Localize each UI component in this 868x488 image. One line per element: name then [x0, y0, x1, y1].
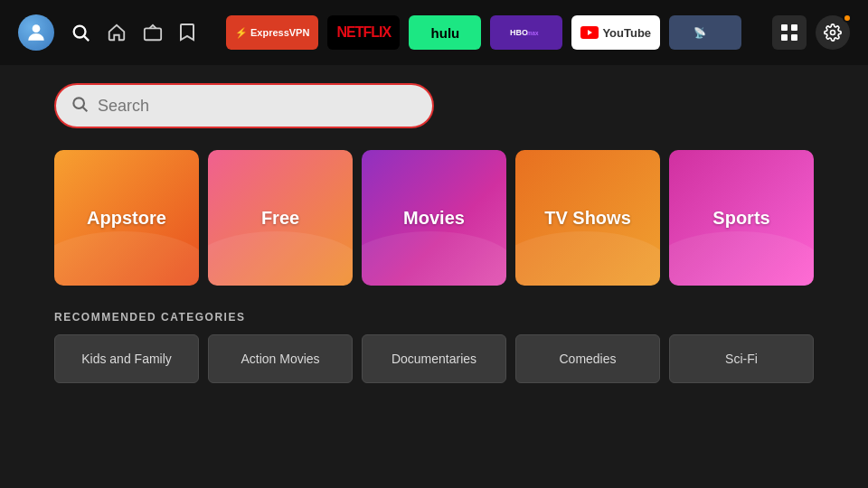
hbomax-button[interactable]: HBO max	[490, 15, 562, 50]
user-avatar[interactable]	[18, 14, 54, 51]
tile-movies[interactable]: Movies	[362, 150, 506, 286]
svg-rect-10	[781, 34, 788, 41]
category-kids-and-family-label: Kids and Family	[81, 352, 172, 366]
search-icon	[71, 95, 89, 117]
watchlist-icon[interactable]	[179, 23, 195, 42]
tile-sports-label: Sports	[712, 208, 769, 229]
recommended-categories-row: Kids and Family Action Movies Documentar…	[54, 334, 814, 383]
tile-movies-label: Movies	[403, 208, 465, 229]
svg-point-0	[33, 24, 41, 33]
recommended-categories-title: RECOMMENDED CATEGORIES	[54, 311, 814, 324]
category-sci-fi[interactable]: Sci-Fi	[669, 334, 814, 383]
svg-line-2	[84, 36, 89, 41]
tile-appstore[interactable]: Appstore	[54, 150, 199, 286]
tile-free[interactable]: Free	[208, 150, 353, 286]
expressvpn-button[interactable]: ⚡ ExpressVPN	[226, 15, 318, 50]
settings-button[interactable]	[816, 15, 850, 50]
nav-left-icons	[18, 14, 195, 51]
firetv-recast-button[interactable]: 📡	[669, 15, 741, 50]
youtube-button[interactable]: YouTube	[571, 15, 660, 50]
category-comedies[interactable]: Comedies	[515, 334, 660, 383]
tile-appstore-label: Appstore	[87, 208, 166, 229]
svg-line-14	[83, 107, 88, 111]
search-nav-icon[interactable]	[71, 23, 90, 42]
svg-rect-3	[145, 28, 161, 40]
svg-point-1	[74, 26, 86, 38]
category-comedies-label: Comedies	[559, 352, 616, 366]
category-action-movies[interactable]: Action Movies	[208, 334, 353, 383]
svg-text:max: max	[527, 30, 539, 36]
settings-notification-dot	[843, 14, 852, 23]
svg-point-13	[73, 98, 84, 108]
svg-rect-9	[791, 24, 797, 31]
nav-service-buttons: ⚡ ExpressVPN NETFLIX hulu HBO max YouTub…	[195, 15, 772, 50]
netflix-button[interactable]: NETFLIX	[327, 15, 400, 50]
category-action-movies-label: Action Movies	[241, 352, 319, 366]
hulu-button[interactable]: hulu	[409, 15, 481, 50]
category-documentaries-label: Documentaries	[392, 352, 476, 366]
svg-rect-8	[781, 24, 788, 31]
top-navigation: ⚡ ExpressVPN NETFLIX hulu HBO max YouTub…	[0, 0, 868, 65]
apps-grid-button[interactable]	[772, 15, 807, 50]
live-tv-icon[interactable]	[143, 23, 163, 42]
search-bar[interactable]	[54, 83, 434, 128]
tile-sports[interactable]: Sports	[669, 150, 814, 286]
category-sci-fi-label: Sci-Fi	[725, 352, 758, 366]
tile-tvshows-label: TV Shows	[544, 208, 631, 229]
category-documentaries[interactable]: Documentaries	[362, 334, 506, 383]
tile-free-label: Free	[261, 208, 299, 229]
tile-tvshows[interactable]: TV Shows	[515, 150, 660, 286]
svg-marker-6	[588, 30, 592, 35]
category-tiles-row: Appstore Free Movies TV Shows Sports	[54, 150, 814, 286]
nav-right-icons	[772, 15, 850, 50]
home-icon[interactable]	[107, 23, 127, 42]
svg-rect-11	[791, 34, 797, 41]
category-kids-and-family[interactable]: Kids and Family	[54, 334, 199, 383]
search-input[interactable]	[98, 97, 418, 116]
svg-text:📡: 📡	[693, 26, 706, 39]
svg-text:HBO: HBO	[510, 28, 528, 37]
svg-point-12	[831, 31, 835, 35]
main-content: Appstore Free Movies TV Shows Sports REC…	[0, 65, 868, 401]
